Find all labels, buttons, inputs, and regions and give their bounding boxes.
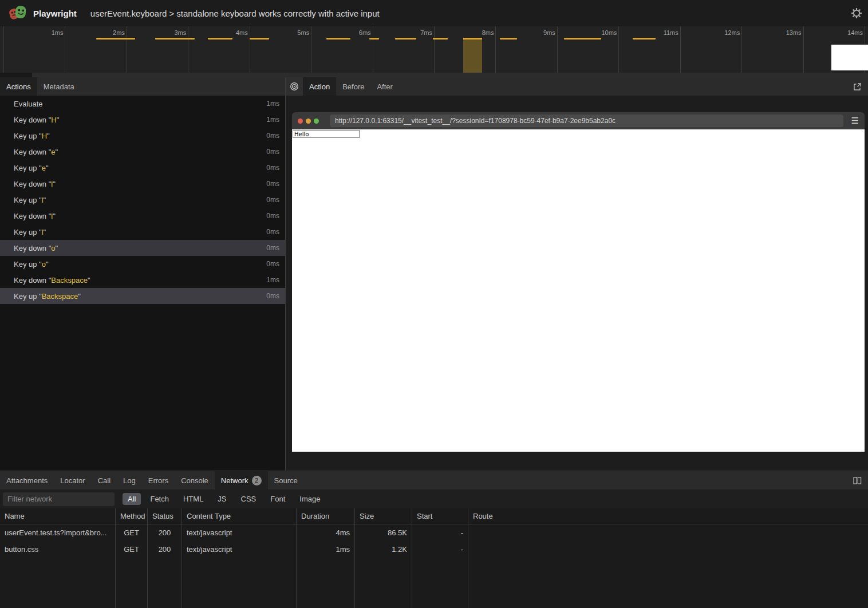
network-cell[interactable]: text/javascript	[182, 541, 296, 558]
action-row[interactable]: Key down "e"0ms	[0, 144, 285, 160]
tab-errors[interactable]: Errors	[142, 471, 175, 489]
snapshot-browser: http://127.0.0.1:63315/__vitest_test__/?…	[292, 112, 865, 452]
network-column-header[interactable]: Status	[148, 508, 182, 524]
network-column-header[interactable]: Content Type	[182, 508, 296, 524]
network-column-route: Route	[468, 508, 868, 608]
action-row[interactable]: Key up "o"0ms	[0, 256, 285, 272]
app-header: Playwright userEvent.keyboard > standalo…	[0, 0, 868, 26]
timeline-action-mark[interactable]	[564, 38, 601, 40]
network-cell[interactable]: userEvent.test.ts?import&bro...	[0, 524, 115, 541]
action-row[interactable]: Key up "H"0ms	[0, 128, 285, 144]
action-key-value: e	[51, 148, 55, 156]
timeline-tick-label: 2ms	[113, 29, 127, 36]
timeline-action-mark[interactable]	[633, 38, 656, 40]
toggle-columns-layout-icon[interactable]	[851, 474, 863, 487]
timeline-screenshot-thumbnail[interactable]	[831, 45, 868, 70]
network-column-method: MethodGETGET	[116, 508, 148, 608]
network-cell[interactable]: 200	[148, 524, 182, 541]
tab-source[interactable]: Source	[268, 471, 304, 489]
action-row[interactable]: Key up "l"0ms	[0, 224, 285, 240]
network-cell[interactable]: -	[412, 541, 468, 558]
action-row[interactable]: Key down "H"1ms	[0, 112, 285, 128]
network-cell[interactable]: 200	[148, 541, 182, 558]
pick-locator-target-icon[interactable]	[286, 77, 303, 96]
timeline-action-mark[interactable]	[155, 38, 195, 40]
timeline-action-mark[interactable]	[250, 38, 269, 40]
action-row[interactable]: Key up "l"0ms	[0, 192, 285, 208]
network-cell[interactable]: text/javascript	[182, 524, 296, 541]
tab-actions[interactable]: Actions	[0, 77, 37, 96]
timeline-action-mark[interactable]	[433, 38, 448, 40]
action-row[interactable]: Key down "o"0ms	[0, 240, 285, 256]
network-cell[interactable]: GET	[116, 524, 147, 541]
action-duration: 0ms	[266, 148, 279, 156]
timeline-action-mark[interactable]	[208, 38, 232, 40]
open-snapshot-external-icon[interactable]	[851, 80, 863, 93]
tab-metadata[interactable]: Metadata	[37, 77, 81, 96]
network-cell[interactable]: button.css	[0, 541, 115, 558]
action-duration: 1ms	[266, 100, 279, 108]
tab-log[interactable]: Log	[117, 471, 142, 489]
network-column-header[interactable]: Name	[0, 508, 115, 524]
action-row[interactable]: Key down "l"0ms	[0, 208, 285, 224]
timeline-gridline	[311, 26, 311, 73]
action-key-value: e	[42, 164, 46, 172]
tab-network[interactable]: Network2	[215, 471, 268, 489]
network-column-header[interactable]: Size	[355, 508, 412, 524]
action-key-value: Backspace	[51, 276, 88, 285]
action-key-value: l	[42, 228, 44, 236]
network-column-header[interactable]: Method	[116, 508, 147, 524]
timeline-action-mark[interactable]	[395, 38, 416, 40]
network-column-header[interactable]: Duration	[297, 508, 354, 524]
resource-filter-font[interactable]: Font	[265, 493, 290, 505]
timeline-action-mark[interactable]	[369, 38, 379, 40]
timeline-selected-action-bar[interactable]	[463, 38, 482, 73]
action-row[interactable]: Key down "Backspace"1ms	[0, 272, 285, 288]
action-duration: 0ms	[266, 196, 279, 204]
details-panel: Attachments LocatorCallLogErrorsConsoleN…	[0, 471, 868, 608]
network-cell[interactable]	[468, 541, 868, 558]
resource-filter-fetch[interactable]: Fetch	[145, 493, 174, 505]
network-cell[interactable]: 86.5K	[355, 524, 412, 541]
network-cell[interactable]	[468, 524, 868, 541]
timeline-action-mark[interactable]	[326, 38, 350, 40]
action-label: Key up "l"	[14, 228, 266, 236]
action-key-value: l	[51, 180, 53, 188]
resource-filter-image[interactable]: Image	[294, 493, 325, 505]
action-row[interactable]: Evaluate1ms	[0, 96, 285, 112]
resource-filter-html[interactable]: HTML	[178, 493, 208, 505]
tab-attachments[interactable]: Attachments	[0, 471, 54, 489]
tab-locator[interactable]: Locator	[54, 471, 91, 489]
network-cell[interactable]: GET	[116, 541, 147, 558]
tab-console[interactable]: Console	[175, 471, 215, 489]
action-label: Key up "l"	[14, 196, 266, 204]
details-tabstrip: Attachments LocatorCallLogErrorsConsoleN…	[0, 471, 868, 489]
action-key-value: o	[51, 244, 55, 252]
timeline-scroll-strip[interactable]	[0, 73, 868, 77]
tab-call[interactable]: Call	[92, 471, 117, 489]
timeline-action-mark[interactable]	[500, 38, 517, 40]
action-row[interactable]: Key down "l"0ms	[0, 176, 285, 192]
resource-filter-css[interactable]: CSS	[236, 493, 262, 505]
action-row[interactable]: Key up "e"0ms	[0, 160, 285, 176]
action-label: Evaluate	[14, 100, 266, 108]
action-row[interactable]: Key up "Backspace"0ms	[0, 288, 285, 304]
timeline-action-mark[interactable]	[96, 38, 135, 40]
network-cell[interactable]: 4ms	[297, 524, 354, 541]
tab-before[interactable]: Before	[336, 77, 370, 96]
resource-filter-js[interactable]: JS	[212, 493, 231, 505]
resource-type-filters: AllFetchHTMLJSCSSFontImage	[123, 493, 329, 505]
network-filter-input[interactable]	[3, 492, 115, 506]
resource-filter-all[interactable]: All	[123, 493, 141, 505]
tab-after[interactable]: After	[370, 77, 399, 96]
network-cell[interactable]: -	[412, 524, 468, 541]
network-cell[interactable]: 1.2K	[355, 541, 412, 558]
tab-action[interactable]: Action	[303, 77, 336, 96]
network-column-header[interactable]: Start	[412, 508, 468, 524]
timeline[interactable]: 1ms2ms3ms4ms5ms6ms7ms8ms9ms10ms11ms12ms1…	[0, 26, 868, 73]
network-cell[interactable]: 1ms	[297, 541, 354, 558]
settings-gear-icon[interactable]	[851, 7, 862, 19]
snapshot-tabstrip: ActionBeforeAfter	[286, 77, 868, 96]
action-key-value: o	[42, 260, 46, 269]
network-column-header[interactable]: Route	[468, 508, 868, 524]
